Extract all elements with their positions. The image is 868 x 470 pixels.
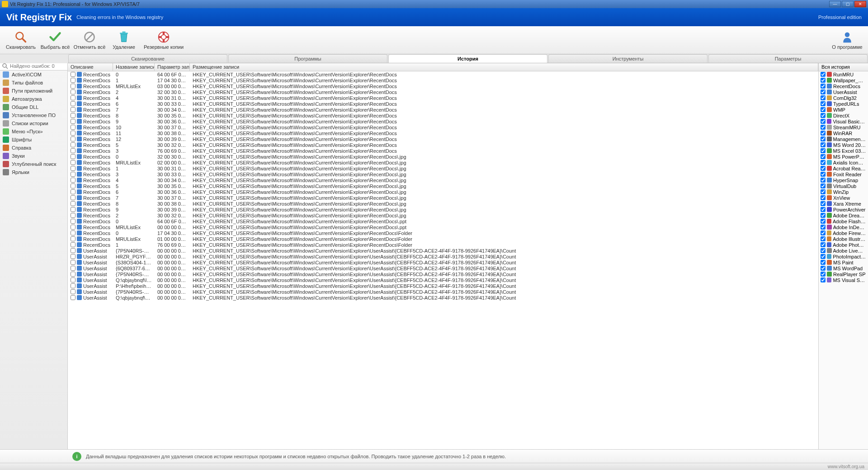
- table-row[interactable]: RecentDocsMRUListEx02 00 00 00 09 ...HKE…: [68, 160, 818, 165]
- history-item[interactable]: Management ...: [819, 136, 868, 142]
- history-item[interactable]: Foxit Reader: [819, 171, 868, 177]
- row-checkbox[interactable]: [71, 236, 75, 241]
- history-item[interactable]: RunMRU: [819, 71, 868, 77]
- row-checkbox[interactable]: [71, 148, 75, 153]
- row-checkbox[interactable]: [71, 183, 75, 188]
- history-checkbox[interactable]: [821, 78, 826, 83]
- category-item[interactable]: Общие DLL: [0, 103, 67, 111]
- table-row[interactable]: RecentDocs117 04 30 04 33 ...HKEY_CURREN…: [68, 77, 818, 83]
- table-row[interactable]: RecentDocs930 00 39 00 2E ...HKEY_CURREN…: [68, 207, 818, 212]
- history-checkbox[interactable]: [821, 272, 826, 277]
- close-button[interactable]: ✕: [854, 1, 866, 7]
- grid-body[interactable]: RecentDocs064 00 6F 00 63 ...HKEY_CURREN…: [68, 71, 818, 449]
- table-row[interactable]: RecentDocs032 00 30 00 31 ...HKEY_CURREN…: [68, 154, 818, 160]
- table-row[interactable]: UserAssist{7P5N40RS-N0S0-4...00 00 00 00…: [68, 248, 818, 254]
- table-row[interactable]: RecentDocs1030 00 37 00 2E ...HKEY_CURRE…: [68, 124, 818, 130]
- table-row[interactable]: RecentDocs376 00 69 00 74 ...HKEY_CURREN…: [68, 148, 818, 154]
- history-checkbox[interactable]: [821, 172, 826, 177]
- history-item[interactable]: Adobe InDesi...: [819, 224, 868, 230]
- history-checkbox[interactable]: [821, 195, 826, 200]
- row-checkbox[interactable]: [71, 207, 75, 212]
- history-item[interactable]: MS Excel 03/07: [819, 148, 868, 154]
- category-item[interactable]: Списки истории: [0, 119, 67, 127]
- history-checkbox[interactable]: [821, 183, 826, 188]
- row-checkbox[interactable]: [71, 266, 75, 271]
- history-checkbox[interactable]: [821, 178, 826, 183]
- table-row[interactable]: RecentDocs330 00 33 00 2E ...HKEY_CURREN…: [68, 171, 818, 177]
- history-item[interactable]: RecentDocs: [819, 83, 868, 89]
- history-checkbox[interactable]: [821, 142, 826, 147]
- tab-scanning[interactable]: Сканирование: [68, 54, 227, 63]
- history-checkbox[interactable]: [821, 254, 826, 259]
- row-checkbox[interactable]: [71, 89, 75, 94]
- table-row[interactable]: RecentDocs1130 00 38 00 2E ...HKEY_CURRE…: [68, 130, 818, 136]
- table-row[interactable]: RecentDocs232 00 30 00 31 ...HKEY_CURREN…: [68, 89, 818, 95]
- maximize-button[interactable]: ▢: [842, 1, 854, 7]
- history-checkbox[interactable]: [821, 266, 826, 271]
- table-row[interactable]: RecentDocs130 00 31 00 2E ...HKEY_CURREN…: [68, 165, 818, 171]
- history-checkbox[interactable]: [821, 148, 826, 153]
- deselectall-button[interactable]: Отменить всё: [72, 28, 107, 52]
- history-item[interactable]: MS Paint: [819, 259, 868, 265]
- category-item[interactable]: Установленное ПО: [0, 111, 67, 119]
- history-item[interactable]: PowerArchiver: [819, 207, 868, 212]
- history-item[interactable]: PhotoImpact X3: [819, 254, 868, 259]
- history-checkbox[interactable]: [821, 207, 826, 212]
- history-item[interactable]: HyperSnap: [819, 177, 868, 183]
- history-item[interactable]: WinZip: [819, 189, 868, 195]
- history-checkbox[interactable]: [821, 131, 826, 136]
- category-item[interactable]: Автозагрузка: [0, 95, 67, 103]
- history-item[interactable]: WinRAR: [819, 130, 868, 136]
- table-row[interactable]: RecentDocs530 00 35 00 2E ...HKEY_CURREN…: [68, 183, 818, 189]
- row-checkbox[interactable]: [71, 119, 75, 124]
- table-row[interactable]: RecentDocs730 00 34 00 2E ...HKEY_CURREN…: [68, 107, 818, 113]
- category-item[interactable]: Углубленный поиск: [0, 160, 67, 168]
- table-row[interactable]: RecentDocs430 00 34 00 2E ...HKEY_CURREN…: [68, 177, 818, 183]
- row-checkbox[interactable]: [71, 154, 75, 159]
- history-checkbox[interactable]: [821, 189, 826, 194]
- row-checkbox[interactable]: [71, 283, 75, 288]
- table-row[interactable]: UserAssistHRZR_PGYFRFFVBA00 00 00 00 9E …: [68, 254, 818, 259]
- table-row[interactable]: RecentDocs730 00 37 00 2E ...HKEY_CURREN…: [68, 195, 818, 201]
- history-item[interactable]: Axialis IconW...: [819, 160, 868, 165]
- col-description[interactable]: Описание: [68, 63, 113, 71]
- history-checkbox[interactable]: [821, 84, 826, 89]
- history-checkbox[interactable]: [821, 89, 826, 94]
- history-item[interactable]: Adobe Dream...: [819, 212, 868, 218]
- row-checkbox[interactable]: [71, 289, 75, 294]
- table-row[interactable]: RecentDocs1230 00 39 00 2E ...HKEY_CURRE…: [68, 136, 818, 142]
- row-checkbox[interactable]: [71, 189, 75, 194]
- row-checkbox[interactable]: [71, 254, 75, 259]
- row-checkbox[interactable]: [71, 242, 75, 247]
- history-item[interactable]: DirectX: [819, 113, 868, 118]
- tab-params[interactable]: Параметры: [708, 54, 868, 63]
- history-item[interactable]: MS WordPad: [819, 265, 868, 271]
- category-item[interactable]: Меню «Пуск»: [0, 127, 67, 136]
- row-checkbox[interactable]: [71, 136, 75, 141]
- tab-programs[interactable]: Программы: [228, 54, 387, 63]
- table-row[interactable]: RecentDocs630 00 36 00 2E ...HKEY_CURREN…: [68, 189, 818, 195]
- history-checkbox[interactable]: [821, 95, 826, 100]
- category-item[interactable]: ActiveX\COM: [0, 70, 67, 79]
- row-checkbox[interactable]: [71, 213, 75, 218]
- history-item[interactable]: MS Word 2007: [819, 142, 868, 148]
- row-checkbox[interactable]: [71, 84, 75, 89]
- table-row[interactable]: UserAssistQ:\qbjaybnqf\SFPnc...00 00 00 …: [68, 295, 818, 301]
- minimize-button[interactable]: —: [829, 1, 841, 7]
- tab-history[interactable]: История: [388, 54, 547, 63]
- row-checkbox[interactable]: [71, 260, 75, 265]
- history-item[interactable]: VirtualDub: [819, 183, 868, 189]
- row-checkbox[interactable]: [71, 113, 75, 118]
- table-row[interactable]: RecentDocs830 00 38 00 2E ...HKEY_CURREN…: [68, 201, 818, 207]
- history-checkbox[interactable]: [821, 107, 826, 112]
- row-checkbox[interactable]: [71, 107, 75, 112]
- history-item[interactable]: Visual Basic 6.0: [819, 118, 868, 124]
- table-row[interactable]: RecentDocs930 00 36 00 2E ...HKEY_CURREN…: [68, 118, 818, 124]
- row-checkbox[interactable]: [71, 225, 75, 230]
- col-entry-name[interactable]: Название записи: [113, 63, 155, 71]
- row-checkbox[interactable]: [71, 277, 75, 282]
- history-checkbox[interactable]: [821, 166, 826, 171]
- row-checkbox[interactable]: [71, 201, 75, 206]
- col-entry-param[interactable]: Параметр запи...: [155, 63, 190, 71]
- table-row[interactable]: RecentDocs176 00 69 00 74 ...HKEY_CURREN…: [68, 242, 818, 248]
